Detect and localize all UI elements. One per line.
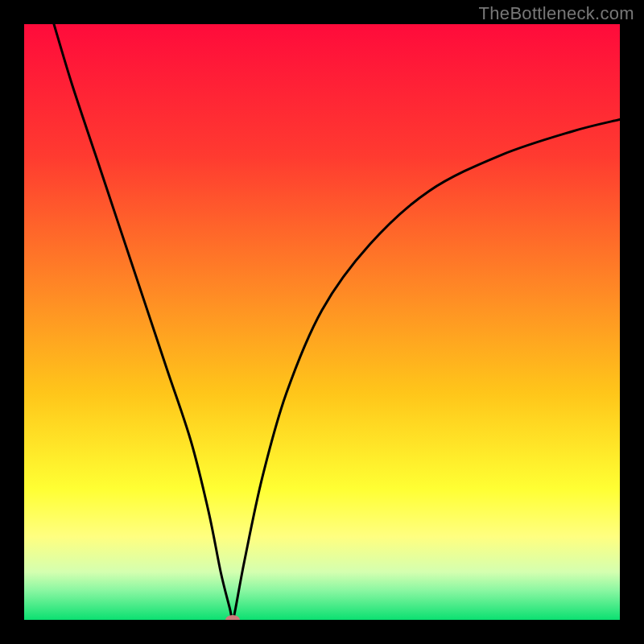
chart-frame: TheBottleneck.com (0, 0, 644, 644)
bottleneck-curve (54, 24, 620, 620)
watermark-text: TheBottleneck.com (479, 3, 634, 24)
optimal-point-marker (225, 615, 240, 620)
plot-area (24, 24, 620, 620)
curve-layer (24, 24, 620, 620)
